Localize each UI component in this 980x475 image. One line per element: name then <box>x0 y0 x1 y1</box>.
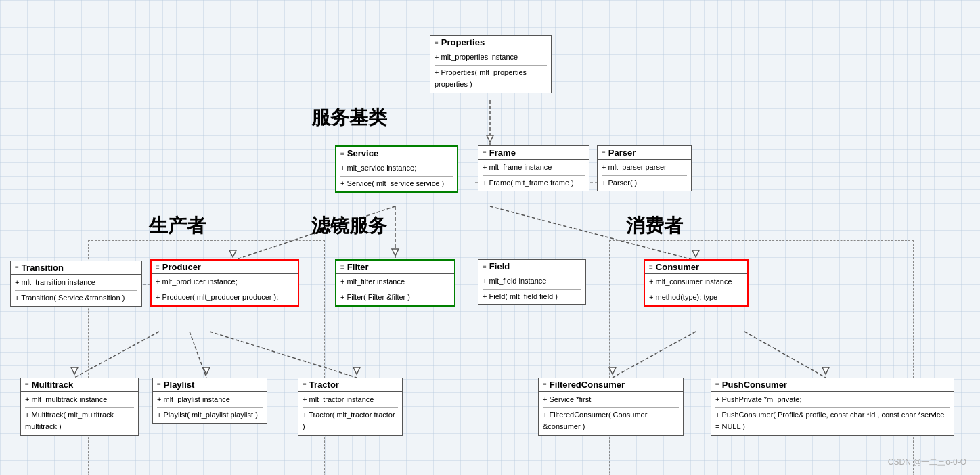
chinese-label-filter: 滤镜服务 <box>311 213 387 239</box>
chinese-label-producer: 生产者 <box>149 213 206 239</box>
frame-box: ≡ Frame + mlt_frame instance + Frame( ml… <box>478 145 589 191</box>
tractor-title: ≡ Tractor <box>298 378 402 392</box>
playlist-title: ≡ Playlist <box>153 378 267 392</box>
consumer-title: ≡ Consumer <box>645 261 747 274</box>
svg-marker-1 <box>487 135 493 142</box>
consumer-box: ≡ Consumer + mlt_consumer instance + met… <box>644 259 749 307</box>
frame-title: ≡ Frame <box>478 146 589 160</box>
svg-marker-9 <box>71 367 78 374</box>
filter-title: ≡ Filter <box>336 261 454 274</box>
frame-body: + mlt_frame instance + Frame( mlt_frame … <box>478 160 589 191</box>
parser-body: + mlt_parser parser + Parser( ) <box>598 160 691 191</box>
producer-box: ≡ Producer + mlt_producer instance; + Pr… <box>150 259 299 307</box>
producer-body: + mlt_producer instance; + Producer( mlt… <box>152 274 298 305</box>
playlist-body: + mlt_playlist instance + Playlist( mlt_… <box>153 392 267 423</box>
field-body: + mlt_field instance + Field( mlt_field … <box>478 273 585 304</box>
multitrack-body: + mlt_multitrack instance + Multitrack( … <box>21 392 138 435</box>
tractor-box: ≡ Tractor + mlt_tractor instance + Tract… <box>298 378 403 436</box>
chinese-label-consumer: 消费者 <box>626 213 683 239</box>
service-box: ≡ Service + mlt_service instance; + Serv… <box>335 145 458 193</box>
filter-box: ≡ Filter + mlt_filter instance + Filter(… <box>335 259 455 307</box>
multitrack-box: ≡ Multitrack + mlt_multitrack instance +… <box>20 378 139 436</box>
properties-body: + mlt_properties instance + Properties( … <box>430 49 551 93</box>
service-body: + mlt_service instance; + Service( mlt_s… <box>336 160 457 191</box>
playlist-box: ≡ Playlist + mlt_playlist instance + Pla… <box>152 378 267 424</box>
transition-title: ≡ Transition <box>11 261 141 275</box>
svg-marker-13 <box>353 367 360 374</box>
filteredconsumer-box: ≡ FilteredConsumer + Service *first + Fi… <box>538 378 684 436</box>
parser-box: ≡ Parser + mlt_parser parser + Parser( ) <box>597 145 692 191</box>
transition-box: ≡ Transition + mlt_transition instance +… <box>10 261 142 307</box>
transition-body: + mlt_transition instance + Transition( … <box>11 275 141 306</box>
properties-title: ≡ Properties <box>430 36 551 49</box>
consumer-body: + mlt_consumer instance + method(type); … <box>645 274 747 305</box>
watermark: CSDN @一二三o-0-O <box>888 457 966 468</box>
service-title: ≡ Service <box>336 147 457 160</box>
chinese-label-service: 服务基类 <box>311 105 387 131</box>
filteredconsumer-body: + Service *first + FilteredConsumer( Con… <box>539 392 683 435</box>
properties-box: ≡ Properties + mlt_properties instance +… <box>430 35 552 93</box>
pushconsumer-title: ≡ PushConsumer <box>711 378 954 392</box>
producer-title: ≡ Producer <box>152 261 298 274</box>
tractor-body: + mlt_tractor instance + Tractor( mlt_tr… <box>298 392 402 435</box>
parser-title: ≡ Parser <box>598 146 691 160</box>
filter-body: + mlt_filter instance + Filter( Filter &… <box>336 274 454 305</box>
field-title: ≡ Field <box>478 260 585 273</box>
filteredconsumer-title: ≡ FilteredConsumer <box>539 378 683 392</box>
pushconsumer-body: + PushPrivate *m_private; + PushConsumer… <box>711 392 954 435</box>
field-box: ≡ Field + mlt_field instance + Field( ml… <box>478 259 586 305</box>
multitrack-title: ≡ Multitrack <box>21 378 138 392</box>
pushconsumer-box: ≡ PushConsumer + PushPrivate *m_private;… <box>711 378 954 436</box>
svg-marker-5 <box>392 249 399 256</box>
